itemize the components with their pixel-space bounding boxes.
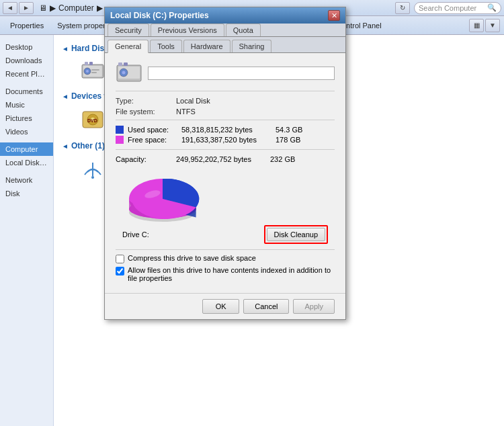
tab-sharing[interactable]: Sharing [232, 40, 272, 52]
dvd-icon: DVD [81, 108, 105, 132]
sidebar-item-network[interactable]: Network [0, 173, 53, 187]
separator-1 [116, 120, 335, 120]
drive-header [116, 61, 335, 91]
sidebar-item-downloads[interactable]: Downloads [0, 54, 53, 67]
free-color-box [116, 136, 124, 144]
refresh-button[interactable]: ↻ [395, 2, 410, 14]
svg-point-3 [86, 70, 89, 73]
svg-point-13 [91, 176, 94, 179]
dialog-body: Type: Local Disk File system: NTFS Used … [105, 53, 345, 293]
sidebar-item-localdisk[interactable]: Local Disk (C:) [0, 156, 53, 169]
pie-area [116, 169, 335, 222]
dialog-footer: OK Cancel Apply [105, 293, 345, 319]
type-label: Type: [116, 97, 176, 105]
space-info: Used space: 58,318,815,232 bytes 54.3 GB… [116, 126, 335, 144]
view-dropdown-button[interactable]: ▼ [485, 19, 500, 32]
sidebar-item-desktop[interactable]: Desktop [0, 40, 53, 54]
computer-icon: 🖥 [39, 3, 47, 13]
search-label: Search Computer [419, 4, 476, 12]
properties-dialog: Local Disk (C:) Properties ✕ Security Pr… [104, 7, 346, 320]
sidebar-item-computer[interactable]: Computer [0, 142, 53, 156]
index-label: Allow files on this drive to have conten… [128, 266, 335, 282]
svg-rect-6 [85, 62, 88, 65]
disk-cleanup-button[interactable]: Disk Cleanup [267, 228, 325, 241]
tab-bar-2: General Tools Hardware Sharing [105, 37, 345, 53]
cancel-button[interactable]: Cancel [243, 299, 289, 314]
dialog-title: Local Disk (C:) Properties [110, 11, 209, 20]
tab-row-1: Security Previous Versions Quota [105, 24, 345, 37]
index-checkbox[interactable] [116, 267, 124, 275]
type-row: Type: Local Disk [116, 97, 335, 105]
tab-general[interactable]: General [108, 40, 149, 53]
type-value: Local Disk [176, 97, 210, 105]
tab-tools[interactable]: Tools [150, 40, 182, 52]
nav-buttons: ◄ ► [3, 2, 34, 14]
filesystem-row: File system: NTFS [116, 108, 335, 116]
separator-3 [116, 249, 335, 250]
svg-rect-19 [124, 62, 128, 66]
svg-text:DVD: DVD [87, 118, 97, 123]
sidebar-item-videos[interactable]: Videos [0, 125, 53, 138]
tab-quota[interactable]: Quota [226, 24, 261, 36]
svg-rect-7 [89, 62, 93, 65]
hdd-icon [81, 60, 105, 82]
view-buttons: ▦ ▼ [469, 19, 500, 32]
used-space-row: Used space: 58,318,815,232 bytes 54.3 GB [116, 126, 335, 134]
disk-cleanup-wrapper: Disk Cleanup [264, 225, 328, 244]
search-box[interactable]: Search Computer 🔍 [414, 2, 501, 14]
used-color-box [116, 126, 124, 134]
drive-label: Drive C: [122, 230, 149, 239]
tab-previous-versions[interactable]: Previous Versions [151, 24, 224, 36]
back-button[interactable]: ◄ [3, 2, 17, 14]
pie-chart [122, 169, 210, 222]
capacity-gb: 232 GB [270, 155, 295, 163]
svg-rect-5 [91, 72, 97, 73]
index-checkbox-row: Allow files on this drive to have conten… [116, 266, 335, 282]
dialog-close-button[interactable]: ✕ [328, 10, 340, 21]
sidebar-item-documents[interactable]: Documents [0, 85, 53, 98]
path-arrow: ▶ [97, 3, 103, 13]
tab-security[interactable]: Security [108, 24, 149, 36]
wifi-icon [81, 157, 105, 181]
svg-rect-18 [118, 62, 122, 66]
used-gb: 54.3 GB [276, 126, 302, 134]
separator-2 [116, 149, 335, 150]
view-icon-button[interactable]: ▦ [469, 19, 484, 32]
sidebar-item-pictures[interactable]: Pictures [0, 112, 53, 125]
svg-rect-4 [91, 69, 99, 71]
main-content: Desktop Downloads Recent Places Document… [0, 35, 504, 426]
capacity-row: Capacity: 249,952,202,752 bytes 232 GB [116, 154, 335, 163]
used-bytes: 58,318,815,232 bytes [181, 126, 276, 134]
disk-cleanup-area: Drive C: Disk Cleanup [116, 225, 335, 244]
filesystem-label: File system: [116, 108, 176, 116]
path-separator: ▶ [50, 3, 56, 13]
search-icon: 🔍 [487, 3, 497, 12]
free-space-row: Free space: 191,633,387,520 bytes 178 GB [116, 136, 335, 144]
path-label: Computer [58, 3, 94, 13]
drive-name-input[interactable] [148, 67, 335, 80]
apply-button[interactable]: Apply [293, 299, 335, 314]
compress-checkbox-row: Compress this drive to save disk space [116, 254, 335, 263]
forward-button[interactable]: ► [19, 2, 34, 14]
sidebar-item-music[interactable]: Music [0, 98, 53, 112]
filesystem-value: NTFS [176, 108, 196, 116]
capacity-bytes: 249,952,202,752 bytes [176, 155, 270, 163]
ok-button[interactable]: OK [202, 299, 239, 314]
used-label: Used space: [128, 126, 181, 134]
sidebar-item-disk[interactable]: Disk [0, 187, 53, 200]
properties-button[interactable]: Properties [4, 19, 50, 32]
compress-label: Compress this drive to save disk space [128, 254, 256, 262]
tab-hardware[interactable]: Hardware [183, 40, 230, 52]
compress-checkbox[interactable] [116, 255, 124, 263]
free-label: Free space: [128, 136, 181, 144]
sidebar: Desktop Downloads Recent Places Document… [0, 35, 54, 426]
dialog-titlebar: Local Disk (C:) Properties ✕ [105, 7, 345, 24]
svg-point-17 [122, 71, 126, 75]
free-bytes: 191,633,387,520 bytes [181, 136, 276, 144]
sidebar-item-recent[interactable]: Recent Places [0, 67, 53, 81]
free-gb: 178 GB [276, 136, 300, 144]
capacity-label: Capacity: [116, 155, 176, 163]
drive-header-icon [116, 61, 142, 85]
